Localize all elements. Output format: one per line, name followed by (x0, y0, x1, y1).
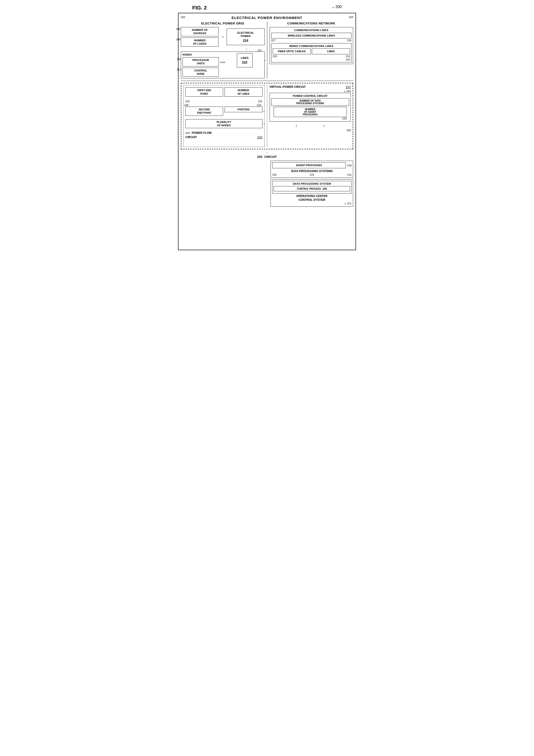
arrow-lines-right: → (263, 58, 266, 62)
ref-206: 206 (176, 28, 180, 30)
comm-links-box: COMMUNICATIONS LINKS WIRELESS COMMUNICAT… (270, 27, 353, 64)
ref-210b: 210 (312, 55, 350, 58)
wired-section: WIRED COMMUNICATIONS LINKS FIBER OPTIC C… (271, 43, 352, 62)
circuit-ref: 220 (257, 155, 262, 159)
fiber-optic-box: FIBER OPTIC CABLES (273, 48, 311, 54)
arrow-ep-down: ↓ (246, 47, 247, 51)
ops-outer: DATA PROCESSING SYSTEM CONTROL PROCESS 2… (271, 179, 353, 207)
ref-233: 233 (257, 104, 261, 107)
plurality-nodes-box: PLURALITY OF NODES (185, 119, 262, 128)
vpc-label: VIRTUAL POWER CIRCUIT (270, 85, 306, 89)
ref-218: 218 (347, 164, 352, 167)
ops-inner: DATA PROCESSING SYSTEM CONTROL PROCESS 2… (272, 181, 352, 194)
top-half: ELECTRICAL POWER GRID 206 NUMBER OF SOUR… (181, 22, 353, 81)
wireless-refs: 227 225 (271, 39, 352, 42)
control-system-label: CONTROL SYSTEM (272, 198, 352, 202)
pcc-label: POWER CONTROL CIRCUIT (271, 94, 349, 97)
pfc-grid: 230 FIRST END POINT 232 233 NUMBER OF LI… (185, 87, 262, 103)
number-of-loads-box: NUMBER OF LOADS (181, 38, 219, 47)
ref-202: 202 (181, 16, 185, 18)
processor-units-box: PROCESSOR UNITS (182, 57, 219, 67)
control-node-box: CONTROL NODE (182, 68, 219, 77)
double-arrow-nodes-lines: ⟺ (219, 60, 227, 64)
ref-221: ↙ 221 (272, 202, 352, 205)
bottom-section-left (181, 161, 268, 206)
ref-214-underline: 214 (228, 39, 263, 42)
portion-box: PORTION (225, 107, 262, 112)
bottom-section-right: AGENT PROCESSES 218 DATA PROCESSING SYST… (268, 161, 353, 206)
bottom-half: 230 FIRST END POINT 232 233 NUMBER OF LI… (183, 85, 351, 147)
page: FIG. 2 ↙ 200 202 204 ELECTRICAL POWER EN… (178, 5, 356, 250)
number-of-lines-box: NUMBER OF LINES (225, 87, 262, 96)
arrow-into-portion: ← (262, 109, 266, 113)
ref-204: 204 (349, 16, 353, 18)
main-diagram: 202 204 ELECTRICAL POWER ENVIRONMENT ELE… (178, 13, 356, 250)
arrow-sources-to-power: → (221, 27, 225, 46)
dps-label: DATA PROCESSING SYSTEMS (272, 170, 352, 173)
nap-box: NUMBER OF AGENT PROCESSES (274, 107, 347, 117)
bottom-section: AGENT PROCESSES 218 DATA PROCESSING SYST… (181, 161, 353, 206)
pcc-box: POWER CONTROL CIRCUIT NUMBER OF DATA PRO… (270, 93, 351, 122)
agent-processes-box: AGENT PROCESSES (272, 162, 346, 168)
epg-header: ELECTRICAL POWER GRID (181, 22, 265, 25)
ref-208: 208 (176, 38, 180, 41)
pfc-inner: 230 FIRST END POINT 232 233 NUMBER OF LI… (183, 85, 265, 147)
ref-230: 230 (184, 104, 188, 107)
ref-240: 240 (177, 58, 181, 61)
control-process-box: CONTROL PROCESS 238 (274, 186, 350, 191)
ref-224: 224 (185, 131, 190, 134)
lines-box-right: LINES (312, 48, 350, 54)
ref-238: 238 (323, 187, 327, 190)
bottom-right-vpc: VIRTUAL POWER CIRCUIT 222 ↙ 244 POWER CO… (267, 85, 351, 147)
dps-refs: 235 219 216 (272, 173, 352, 176)
ref-231-label: 231 (225, 100, 262, 103)
electrical-power-box: ELECTRICAL POWER 214 (227, 29, 264, 45)
ref-226: 226 (274, 117, 347, 120)
second-end-point-box: SECOND END POINT (185, 107, 223, 116)
agent-processes-outer: AGENT PROCESSES 218 DATA PROCESSING SYST… (271, 161, 353, 177)
number-of-sources-box: NUMBER OF SOURCES (181, 27, 219, 36)
lines-box: LINES 210 (237, 53, 253, 68)
circuit-outer: 230 FIRST END POINT 232 233 NUMBER OF LI… (181, 83, 353, 149)
ndps-box: NUMBER OF DATA PROCESSING SYSTEMS (271, 98, 349, 106)
dps-inner-label: DATA PROCESSING SYSTEM (274, 182, 350, 185)
first-end-point-box: FIRST END POINT (185, 87, 223, 96)
wired-links-label: WIRED COMMUNICATIONS LINKS (273, 45, 350, 47)
circuit-arrow: ↑ (181, 151, 353, 154)
ref-229: 229 (273, 55, 311, 58)
ref-213: 213 (177, 68, 181, 71)
ref-222: 222 (346, 85, 351, 89)
dashed-arrows-up: ↑ ↑ (270, 123, 351, 128)
arrow-plurality-right: → (262, 122, 266, 125)
ref-232-label: 232 (185, 100, 223, 103)
ref-212: 212 (257, 49, 261, 52)
vpc-section: VIRTUAL POWER CIRCUIT 222 ↙ 244 POWER CO… (270, 85, 351, 132)
wired-grid: FIBER OPTIC CABLES 229 LINES 210 (273, 48, 350, 57)
circuit-label: CIRCUIT (264, 155, 277, 159)
cn-header: COMMUNICATIONS NETWORK (270, 22, 353, 25)
bottom-left-pfc: 230 FIRST END POINT 232 233 NUMBER OF LI… (183, 85, 267, 147)
pfc-grid-2: SECOND END POINT PORTION ← (185, 107, 262, 116)
wireless-links-box: WIRELESS COMMUNICATIONS LINKS (271, 33, 352, 39)
figure-number: ↙ 200 (332, 5, 342, 9)
right-col-cn: COMMUNICATIONS NETWORK COMMUNICATIONS LI… (267, 22, 353, 78)
ref-223: 223 (273, 58, 350, 61)
env-label: ELECTRICAL POWER ENVIRONMENT (181, 16, 353, 20)
operations-center-label: OPERATIONS CENTER (272, 194, 352, 198)
comm-links-label: COMMUNICATIONS LINKS (271, 29, 352, 32)
ref-244: ↙ 244 (270, 90, 351, 93)
ref-242-underline: 242 (257, 136, 262, 139)
figure-title: FIG. 2 (178, 5, 207, 11)
ref-228: 228 (270, 129, 351, 132)
left-col-epg: ELECTRICAL POWER GRID 206 NUMBER OF SOUR… (181, 22, 267, 78)
nodes-label: NODES (182, 53, 219, 56)
nodes-section: NODES 240 PROCESSOR UNITS 213 CONTROL NO… (181, 51, 265, 78)
